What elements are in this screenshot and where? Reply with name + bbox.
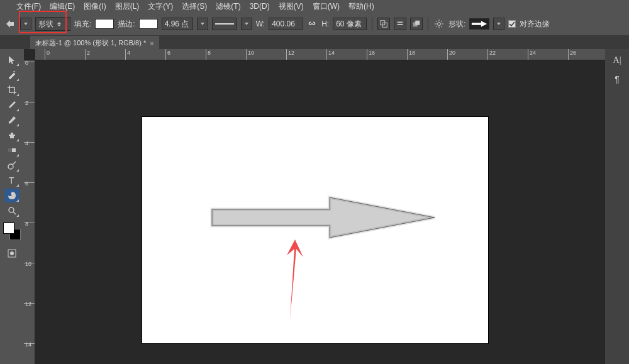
- menu-layer[interactable]: 图层(L): [113, 0, 142, 13]
- gear-icon[interactable]: [433, 18, 445, 30]
- stroke-label: 描边:: [118, 19, 135, 30]
- close-tab-icon[interactable]: ×: [150, 40, 153, 47]
- tool-mode-label: 形状: [38, 19, 53, 30]
- menu-view[interactable]: 视图(V): [276, 0, 306, 13]
- document-area: 02468101214161820222426 02468101214: [24, 49, 605, 364]
- svg-point-17: [8, 164, 13, 169]
- gradient-tool[interactable]: [4, 143, 19, 157]
- height-label: H:: [321, 19, 329, 28]
- svg-point-23: [10, 251, 14, 255]
- svg-line-11: [436, 21, 437, 22]
- vertical-ruler[interactable]: 02468101214: [24, 60, 35, 364]
- menu-select[interactable]: 选择(S): [179, 0, 209, 13]
- stroke-swatch[interactable]: [139, 19, 158, 29]
- separator: [372, 17, 372, 31]
- menu-help[interactable]: 帮助(H): [346, 0, 377, 13]
- width-label: W:: [256, 19, 265, 28]
- tool-mode-dropdown[interactable]: 形状: [35, 17, 70, 31]
- path-operations-button[interactable]: [377, 18, 390, 30]
- height-field[interactable]: 60 像素: [333, 18, 367, 30]
- svg-line-18: [13, 162, 16, 165]
- svg-rect-2: [398, 22, 403, 23]
- path-alignment-button[interactable]: [394, 18, 406, 30]
- move-tool[interactable]: [4, 53, 19, 67]
- svg-line-21: [13, 212, 16, 214]
- tools-panel: T: [0, 49, 24, 364]
- fill-swatch[interactable]: [95, 19, 114, 29]
- svg-rect-5: [415, 21, 420, 25]
- paragraph-panel-icon[interactable]: ¶: [610, 73, 624, 85]
- svg-line-13: [436, 26, 437, 27]
- stroke-style-caret[interactable]: [241, 18, 252, 30]
- zoom-tool[interactable]: [4, 204, 19, 218]
- path-arrangement-button[interactable]: [410, 18, 423, 30]
- align-edges-label: 对齐边缘: [520, 19, 550, 30]
- clone-stamp-tool[interactable]: [4, 128, 19, 142]
- color-swatches[interactable]: [3, 223, 21, 240]
- foreground-color-swatch[interactable]: [3, 223, 14, 234]
- menu-edit[interactable]: 编辑(E): [47, 0, 77, 13]
- canvas[interactable]: [142, 117, 488, 343]
- menu-type[interactable]: 文字(Y): [145, 0, 175, 13]
- shape-picker-dropdown[interactable]: [493, 18, 504, 30]
- shape-picker-label: 形状:: [448, 19, 465, 30]
- shape-picker[interactable]: [469, 18, 489, 30]
- custom-shape-tool[interactable]: [4, 189, 19, 202]
- menu-filter[interactable]: 滤镜(T): [213, 0, 243, 13]
- magic-wand-tool[interactable]: [4, 68, 19, 82]
- canvas-viewport[interactable]: [35, 60, 605, 364]
- stroke-style-dropdown[interactable]: [212, 18, 237, 30]
- type-tool[interactable]: T: [4, 174, 19, 187]
- menu-file[interactable]: 文件(F): [14, 0, 43, 13]
- eyedropper-tool[interactable]: [4, 98, 19, 112]
- document-tab-title: 未标题-1 @ 100% (形状 1, RGB/8) *: [35, 38, 146, 48]
- tool-preset-dropdown[interactable]: [20, 18, 31, 30]
- options-bar: 形状 填充: 描边: 4.96 点 W: 400.06 H: 60 像素 形状:…: [0, 13, 629, 35]
- svg-line-12: [441, 26, 442, 27]
- stroke-width-field[interactable]: 4.96 点: [162, 18, 193, 30]
- document-tab-bar: 未标题-1 @ 100% (形状 1, RGB/8) * ×: [0, 35, 629, 49]
- brush-tool[interactable]: [4, 113, 19, 127]
- dropdown-arrows-icon: [57, 22, 61, 26]
- menu-window[interactable]: 窗口(W): [310, 0, 342, 13]
- svg-rect-3: [398, 24, 403, 25]
- menu-3d[interactable]: 3D(D): [247, 1, 272, 12]
- red-annotation-arrow: [274, 240, 312, 321]
- link-wh-icon[interactable]: [306, 18, 318, 30]
- svg-line-14: [441, 21, 442, 22]
- svg-point-6: [438, 23, 441, 26]
- quick-mask-toggle[interactable]: [4, 246, 19, 260]
- menu-bar: 文件(F) 编辑(E) 图像(I) 图层(L) 文字(Y) 选择(S) 滤镜(T…: [0, 0, 629, 13]
- dodge-tool[interactable]: [4, 158, 19, 172]
- document-tab[interactable]: 未标题-1 @ 100% (形状 1, RGB/8) * ×: [30, 36, 159, 49]
- stroke-width-dropdown[interactable]: [197, 18, 208, 30]
- menu-image[interactable]: 图像(I): [81, 0, 108, 13]
- right-panel-strip: A| ¶: [605, 49, 629, 364]
- separator: [428, 17, 428, 31]
- crop-tool[interactable]: [4, 83, 19, 97]
- character-panel-icon[interactable]: A|: [610, 54, 624, 67]
- svg-text:T: T: [9, 175, 14, 185]
- svg-rect-16: [8, 148, 12, 152]
- width-field[interactable]: 400.06: [269, 18, 303, 30]
- arrow-shape-layer[interactable]: [210, 196, 437, 240]
- shape-tool-icon[interactable]: [4, 18, 16, 30]
- svg-point-20: [9, 207, 14, 212]
- align-edges-checkbox[interactable]: [508, 20, 516, 28]
- fill-label: 填充:: [74, 19, 91, 30]
- horizontal-ruler[interactable]: 02468101214161820222426: [35, 49, 605, 60]
